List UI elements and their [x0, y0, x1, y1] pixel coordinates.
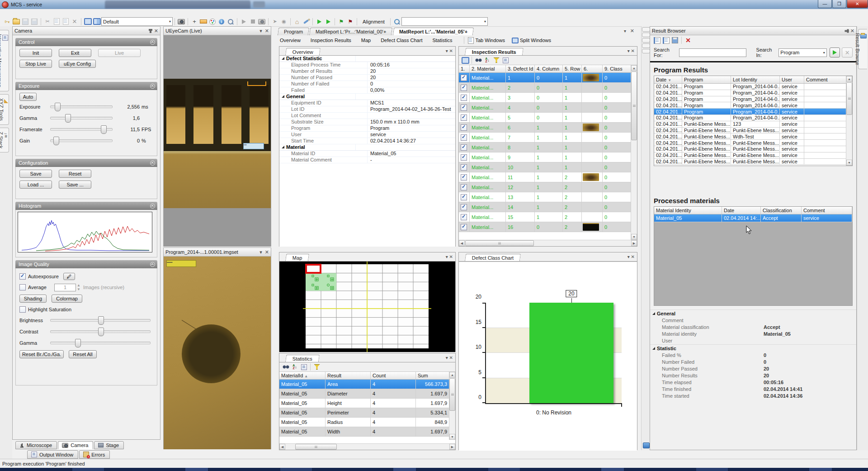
close-icon[interactable]: ✕ — [449, 254, 453, 259]
slider-track[interactable] — [50, 342, 151, 344]
row-checkbox[interactable] — [461, 114, 467, 121]
slider-track[interactable] — [50, 117, 113, 119]
close-icon[interactable]: ✕ — [265, 29, 269, 33]
stop-live-button[interactable]: Stop Live — [19, 60, 52, 68]
close-button[interactable]: ✕ — [847, 0, 868, 8]
scroll-down-arrow[interactable]: ▼ — [449, 434, 455, 440]
inspection-row[interactable]: Material... 9 1 1 0 — [459, 152, 631, 162]
ruler-icon[interactable] — [199, 18, 208, 25]
config-load-button[interactable]: Load ... — [19, 181, 52, 189]
row-checkbox[interactable] — [461, 194, 467, 200]
map-view[interactable] — [279, 262, 455, 352]
row-checkbox[interactable] — [461, 204, 467, 210]
row-checkbox[interactable] — [461, 85, 467, 91]
program-result-row[interactable]: 02.04.201... Program Program_2014-04-0..… — [654, 96, 846, 103]
tab-windows-button[interactable]: Tab Windows — [475, 38, 505, 43]
column-header[interactable]: Comment — [802, 207, 852, 214]
doc-tab-matreport-00[interactable]: MatReport L:'Pr...:'Material_00'+ — [309, 28, 393, 35]
scroll-up-arrow[interactable]: ▲ — [449, 372, 455, 378]
menu-item[interactable] — [85, 13, 93, 14]
tab-interactive-measurement[interactable]: Interactive Measuremen — [0, 30, 9, 91]
scroll-up-arrow[interactable]: ▲ — [846, 76, 852, 82]
program-result-row[interactable]: 02.04.201... Program Program_2014-04-0..… — [654, 102, 846, 109]
chevron-down-icon[interactable]: ▾ — [627, 254, 630, 259]
scroll-up-arrow[interactable]: ▲ — [631, 65, 637, 71]
property-row[interactable]: Number of Passed20 — [279, 75, 455, 81]
doc-tab-matreport-05[interactable]: MatReport L:'...'Material_05'+ — [392, 28, 474, 35]
menu-item[interactable] — [44, 13, 52, 14]
inspection-row[interactable]: Material... 16 0 2 0 — [459, 222, 631, 232]
inspection-row[interactable]: Material... 4 0 1 0 — [459, 103, 631, 113]
property-group-row[interactable]: Material — [279, 144, 455, 151]
pointer-icon[interactable]: ➤ — [271, 18, 279, 25]
detail-row[interactable]: User — [650, 338, 856, 344]
save-all-icon[interactable] — [30, 18, 38, 25]
report-compare-icon[interactable] — [662, 37, 670, 44]
menu-item[interactable] — [61, 13, 69, 14]
collapse-chevron-icon[interactable] — [150, 262, 155, 267]
detail-group-row[interactable]: General — [650, 309, 856, 317]
column-header[interactable]: Count — [371, 372, 416, 379]
program-result-row[interactable]: 02.04.201... Program Program_2014-04-0..… — [654, 84, 846, 90]
info-icon[interactable]: i — [217, 18, 226, 25]
inspection-row[interactable]: Material... 10 1 1 0 — [459, 162, 631, 172]
inspection-row[interactable]: Material... 13 1 2 0 — [459, 192, 631, 202]
menu-item[interactable] — [4, 13, 12, 14]
property-group-row[interactable]: General — [279, 94, 455, 100]
profile-combo[interactable]: Default ▾ — [101, 17, 173, 26]
tab-list-icon[interactable]: ▾ — [624, 29, 626, 33]
tab-microscope[interactable]: Microscope — [15, 441, 57, 449]
collapse-chevron-icon[interactable] — [150, 84, 155, 89]
column-header[interactable]: 4. Column — [535, 65, 563, 72]
program-result-row[interactable]: 02.04.201... Punkt-Ebene Mess... Punkt-E… — [654, 146, 846, 152]
window-grid-icon[interactable] — [93, 18, 101, 25]
inspection-row[interactable]: Material... 8 1 1 0 — [459, 143, 631, 152]
row-checkbox[interactable] — [461, 214, 467, 220]
paste-icon[interactable] — [61, 18, 70, 25]
defect-class-chart-tab[interactable]: Defect Class Chart — [465, 254, 521, 261]
detail-row[interactable]: Number Passed20 — [650, 366, 856, 372]
nav-defect-class-chart[interactable]: Defect Class Chart — [381, 38, 422, 43]
scroll-thumb[interactable] — [631, 71, 637, 140]
inspection-row[interactable]: Material... 3 0 1 0 — [459, 93, 631, 103]
program-result-row[interactable]: 02.04.201... Program Program_2014-04-0..… — [654, 109, 846, 115]
scroll-thumb[interactable] — [295, 444, 337, 450]
collapsed-panel-tab[interactable] — [642, 33, 650, 37]
window-layout-icon[interactable] — [84, 18, 92, 25]
color-analysis-icon[interactable] — [208, 18, 217, 25]
program-result-row[interactable]: 02.04.201... Punkt-Ebene Mess... Punkt-E… — [654, 140, 846, 146]
average-checkbox[interactable] — [19, 284, 26, 290]
column-header[interactable]: 6. — [582, 65, 603, 72]
property-row[interactable]: Userservice — [279, 132, 455, 138]
tab-z-stack[interactable]: ↓≋ Z Stack — [0, 128, 9, 152]
detail-row[interactable]: Number Failed0 — [650, 359, 856, 366]
statistics-row[interactable]: Material_05 Perimeter 4 5.334,1 — [279, 408, 449, 418]
save-result-icon[interactable] — [671, 37, 679, 44]
collapsed-panel-tab[interactable] — [642, 38, 650, 43]
statistics-tab[interactable]: Statistics — [285, 355, 320, 362]
inspection-row[interactable]: Material... 1 0 1 0 — [459, 73, 631, 83]
slider-thumb[interactable] — [65, 114, 71, 123]
run-search-button[interactable] — [830, 48, 840, 57]
maximize-button[interactable]: ❒ — [832, 0, 846, 8]
inspection-row[interactable]: Material... 2 0 1 0 — [459, 83, 631, 93]
column-chooser-icon[interactable] — [300, 363, 308, 371]
property-row[interactable]: Start Time02.04.2014 14:36:27 — [279, 138, 455, 144]
detail-row[interactable]: Failed %0 — [650, 352, 856, 359]
green-flag-icon[interactable]: ⚑ — [337, 18, 345, 25]
menu-item[interactable] — [28, 13, 36, 14]
image-quality-group-header[interactable]: Image Quality — [15, 260, 157, 268]
scroll-down-arrow[interactable]: ▼ — [846, 160, 852, 166]
row-checkbox[interactable] — [461, 134, 467, 141]
detail-row[interactable]: Comment — [650, 317, 856, 324]
scroll-thumb[interactable] — [465, 240, 534, 246]
inspection-results-tab[interactable]: Inspection Results — [465, 48, 524, 55]
statistics-vscrollbar[interactable]: ▲ ▼ — [449, 372, 455, 440]
property-row[interactable]: Material Comment- — [279, 157, 455, 163]
slider-thumb[interactable] — [101, 125, 107, 134]
inspection-vscrollbar[interactable]: ▲ ▼ — [631, 65, 637, 240]
property-row[interactable]: Number of Results20 — [279, 68, 455, 75]
ueye-config-button[interactable]: uEye Config — [59, 60, 96, 68]
exit-button[interactable]: Exit — [59, 49, 91, 57]
report-icon[interactable] — [653, 37, 661, 44]
